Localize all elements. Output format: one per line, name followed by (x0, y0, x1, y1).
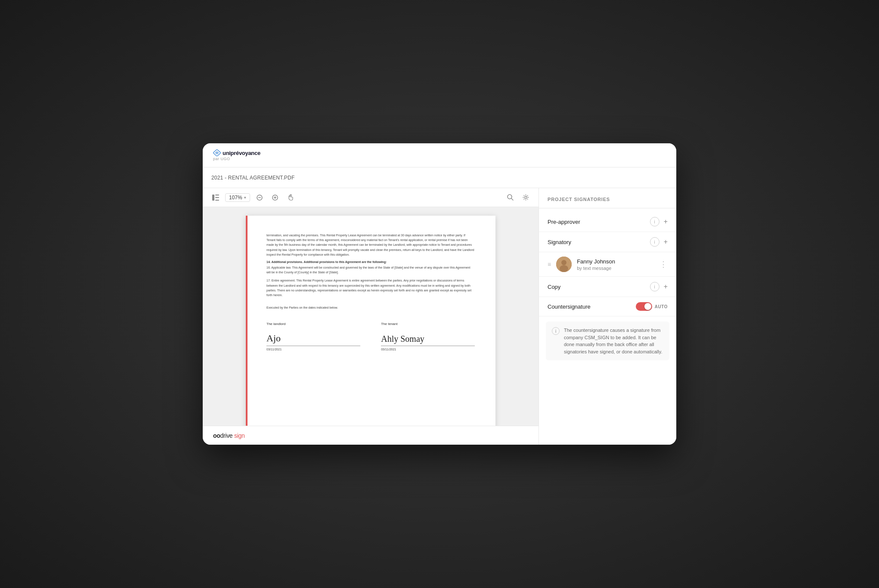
doc-filename: 2021 - RENTAL AGREEMENT.PDF (211, 175, 668, 181)
copy-label: Copy (548, 284, 650, 290)
doc-paragraph-1: termination, and vacating the premises. … (266, 233, 475, 257)
zoom-chevron-icon: ▾ (244, 195, 246, 200)
hand-icon (287, 194, 294, 201)
search-button[interactable] (504, 192, 516, 204)
oodrive-brand-drive: drive (220, 432, 233, 439)
signatory-label: Signatory (548, 239, 650, 245)
logo-text: uniprévoyance (223, 150, 260, 156)
countersignature-label: Countersignature (548, 303, 636, 310)
doc-content[interactable]: termination, and vacating the premises. … (203, 207, 539, 426)
document-area: 107% ▾ (203, 188, 539, 445)
doc-section-14: 14. Additional provisions. Additional pr… (266, 260, 475, 263)
svg-point-15 (561, 260, 566, 265)
signatory-add-button[interactable]: + (664, 238, 668, 245)
search-icon (507, 194, 514, 201)
countersignature-info-text: The countersignature causes a signature … (564, 327, 663, 355)
copy-add-button[interactable]: + (664, 283, 668, 290)
fanny-johnson-card: ≡ Fanny Johnson by te (539, 252, 676, 277)
pre-approver-row: Pre-approver i + (539, 212, 676, 232)
tenant-sig-block: The tenant Ahly Somay 03/11/2021 (381, 322, 475, 351)
card-info: Fanny Johnson by text message (577, 258, 654, 271)
sidebar-toggle-button[interactable] (210, 192, 222, 204)
landlord-sig-block: The landlord Ajo 03/11/2021 (266, 322, 360, 351)
screen-frame: uniprévoyance par UGO 2021 - RENTAL AGRE… (203, 143, 676, 445)
landlord-signature-image: Ajo (266, 329, 360, 343)
zoom-value: 107% (229, 195, 242, 201)
doc-page: termination, and vacating the premises. … (246, 216, 495, 426)
logo-icon (213, 149, 221, 156)
svg-point-16 (560, 265, 568, 272)
svg-rect-2 (212, 195, 214, 201)
svg-marker-1 (215, 151, 219, 155)
toggle-knob (644, 303, 651, 310)
landlord-sig-line (266, 346, 360, 346)
settings-button[interactable] (520, 192, 532, 204)
copy-row: Copy i + (539, 277, 676, 297)
landlord-label: The landlord (266, 322, 360, 326)
more-options-button[interactable]: ⋮ (659, 260, 668, 268)
doc-execution-line: Executed by the Parties on the dates ind… (266, 306, 475, 309)
info-icon-3: i (654, 285, 655, 289)
tenant-label: The tenant (381, 322, 475, 326)
zoom-selector[interactable]: 107% ▾ (225, 193, 250, 202)
panel-title: PROJECT SIGNATORIES (548, 197, 610, 202)
tenant-date: 03/11/2021 (381, 348, 475, 351)
logo-sub: par UGO (213, 157, 230, 161)
page-border-accent (246, 216, 248, 426)
doc-toolbar: 2021 - RENTAL AGREEMENT.PDF (203, 167, 676, 188)
signatory-method: by text message (577, 266, 654, 271)
avatar-face (556, 257, 572, 272)
countersignature-info-box: i The countersignature causes a signatur… (546, 322, 669, 360)
signatory-name: Fanny Johnson (577, 258, 654, 265)
landlord-date: 03/11/2021 (266, 348, 360, 351)
countersignature-row: Countersignature AUTO (539, 297, 676, 316)
svg-rect-4 (215, 197, 219, 198)
info-circle-icon: i (552, 327, 560, 335)
doc-footer: oodrive sign (203, 426, 539, 445)
zoom-out-button[interactable] (254, 192, 266, 204)
panel-body: Pre-approver i + Signatory i (539, 208, 676, 445)
tenant-signature-image: Ahly Somay (381, 329, 475, 343)
svg-rect-5 (215, 200, 219, 201)
sidebar-icon (212, 195, 219, 201)
minus-icon (257, 195, 263, 201)
oodrive-brand-oo: oo (213, 432, 220, 439)
plus-circle-icon (272, 195, 278, 201)
logo-area: uniprévoyance par UGO (213, 149, 260, 161)
panel-header: PROJECT SIGNATORIES (539, 188, 676, 208)
toggle-container: AUTO (636, 302, 668, 311)
avatar-image (556, 257, 572, 272)
svg-rect-3 (215, 195, 219, 195)
doc-section-16: 16. Applicable law. This Agreement will … (266, 265, 475, 275)
signatory-info-button[interactable]: i (650, 237, 659, 247)
right-panel: PROJECT SIGNATORIES Pre-approver i + Sig… (539, 188, 676, 445)
viewer-controls: 107% ▾ (203, 188, 539, 207)
landlord-sig-cursive: Ajo (266, 334, 281, 343)
signatory-actions: i + (650, 237, 668, 247)
signature-section: The landlord Ajo 03/11/2021 The tenant A… (266, 322, 475, 351)
zoom-in-button[interactable] (269, 192, 281, 204)
doc-section-17: 17. Entire agreement. This Rental Proper… (266, 278, 475, 297)
signatory-row: Signatory i + (539, 232, 676, 252)
oodrive-brand: oodrive sign (213, 432, 245, 439)
info-icon: i (654, 220, 655, 224)
avatar (556, 257, 572, 272)
tenant-sig-cursive: Ahly Somay (381, 334, 424, 343)
gear-icon (523, 194, 529, 201)
info-icon-2: i (654, 240, 655, 244)
copy-info-button[interactable]: i (650, 282, 659, 291)
top-bar: uniprévoyance par UGO (203, 143, 676, 167)
pan-button[interactable] (285, 192, 297, 204)
copy-actions: i + (650, 282, 668, 291)
countersignature-toggle[interactable] (636, 302, 652, 311)
toggle-auto-label: AUTO (655, 304, 668, 309)
drag-handle-icon[interactable]: ≡ (548, 261, 551, 268)
svg-point-13 (525, 196, 527, 198)
tenant-sig-line (381, 346, 475, 346)
svg-line-12 (511, 198, 513, 200)
main-layout: 107% ▾ (203, 188, 676, 445)
pre-approver-add-button[interactable]: + (664, 218, 668, 225)
pre-approver-info-button[interactable]: i (650, 217, 659, 226)
oodrive-brand-sign: sign (234, 432, 245, 439)
pre-approver-label: Pre-approver (548, 219, 650, 225)
